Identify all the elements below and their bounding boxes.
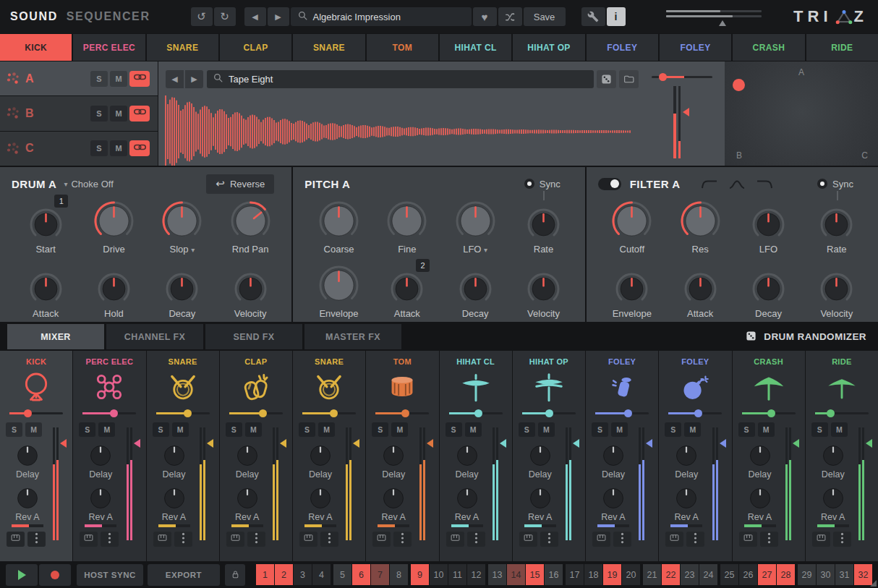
channel-menu-button[interactable] [320, 532, 338, 547]
channel-mute-button[interactable]: M [538, 422, 555, 437]
channel-solo-button[interactable]: S [811, 422, 828, 437]
record-button[interactable] [39, 564, 71, 586]
channel-mute-button[interactable]: M [172, 422, 189, 437]
host-sync-button[interactable]: HOST SYNC [77, 564, 143, 586]
mixer-channel-hihat-op-8[interactable]: HIHAT OP S M Delay Rev A [513, 351, 585, 561]
pattern-cell-15[interactable]: 15 [526, 564, 544, 585]
pattern-cell-31[interactable]: 31 [835, 564, 853, 585]
undo-button[interactable]: ↺ [191, 7, 213, 26]
channel-solo-button[interactable]: S [665, 422, 681, 437]
send-level-bar[interactable] [231, 524, 263, 527]
channel-volume-slider[interactable] [522, 409, 576, 417]
channel-volume-slider[interactable] [449, 409, 503, 417]
filter-lfo-knob[interactable]: LFO [734, 193, 802, 257]
meter-marker[interactable] [500, 439, 506, 448]
filter-res-knob[interactable]: Res [666, 193, 734, 257]
tab-sound[interactable]: SOUND [10, 10, 58, 23]
send-level-bar[interactable] [12, 524, 43, 527]
mixer-channel-clap-4[interactable]: CLAP S M Delay Rev A [220, 351, 292, 561]
drum-pad-kick-0[interactable]: KICK [0, 34, 72, 61]
browse-folder-button[interactable] [619, 70, 639, 88]
send-level-bar[interactable] [451, 524, 483, 527]
keyboard-mode-button[interactable] [812, 532, 830, 547]
channel-menu-button[interactable] [760, 532, 778, 547]
layer-link-button[interactable] [129, 140, 150, 156]
meter-marker[interactable] [646, 439, 652, 448]
drum-pad-snare-4[interactable]: SNARE [293, 34, 365, 61]
pattern-cell-6[interactable]: 6 [352, 564, 370, 585]
channel-mute-button[interactable]: M [25, 422, 42, 437]
pattern-cell-29[interactable]: 29 [798, 564, 816, 585]
channel-reverb-knob[interactable] [588, 480, 639, 514]
pattern-cell-30[interactable]: 30 [817, 564, 835, 585]
pattern-cell-19[interactable]: 19 [603, 564, 621, 585]
channel-delay-knob[interactable] [588, 437, 639, 471]
mixer-channel-foley-9[interactable]: FOLEY S M Delay Rev A [586, 351, 658, 561]
tab-send-fx[interactable]: SEND FX [205, 324, 302, 349]
keyboard-mode-button[interactable] [592, 532, 610, 547]
random-sample-dice-button[interactable] [597, 70, 616, 88]
channel-delay-knob[interactable] [515, 437, 566, 471]
channel-delay-knob[interactable] [222, 437, 273, 471]
drum-drive-knob[interactable]: Drive [80, 193, 148, 257]
pitch-decay-knob[interactable]: Decay [441, 257, 509, 322]
channel-volume-slider[interactable] [82, 409, 136, 417]
channel-mute-button[interactable]: M [318, 422, 335, 437]
drum-pad-hihat-cl-6[interactable]: HIHAT CL [440, 34, 511, 61]
filter-cutoff-knob[interactable]: Cutoff [598, 193, 666, 257]
send-level-bar[interactable] [158, 524, 190, 527]
channel-delay-knob[interactable] [442, 437, 493, 471]
meter-marker[interactable] [134, 439, 140, 448]
send-level-bar[interactable] [378, 524, 409, 527]
drum-pad-foley-9[interactable]: FOLEY [660, 34, 731, 61]
channel-delay-knob[interactable] [368, 437, 419, 471]
channel-reverb-knob[interactable] [222, 480, 273, 514]
pitch-velocity-knob[interactable]: Velocity [509, 257, 577, 322]
drum-velocity-knob[interactable]: Velocity [216, 257, 284, 322]
layer-link-button[interactable] [129, 106, 150, 122]
layer-pan-slider[interactable] [652, 73, 712, 81]
drum-decay-knob[interactable]: Decay [148, 257, 216, 322]
sample-search-input[interactable]: Tape Eight [207, 70, 594, 88]
favorite-button[interactable]: ♥ [473, 7, 497, 26]
channel-solo-button[interactable]: S [226, 422, 242, 437]
channel-volume-slider[interactable] [9, 409, 63, 417]
waveform-display[interactable] [158, 91, 643, 166]
keyboard-mode-button[interactable] [372, 532, 391, 547]
channel-reverb-knob[interactable] [368, 480, 419, 514]
preset-search-input[interactable]: Algebraic Impression [291, 7, 472, 26]
pitch-attack-knob[interactable]: 2 Attack [373, 257, 441, 322]
layer-row-b[interactable]: B S M [0, 96, 158, 130]
mixer-channel-kick-1[interactable]: KICK S M Delay Rev A [0, 351, 72, 561]
send-level-bar[interactable] [744, 524, 776, 527]
pitch-lfo-knob[interactable]: LFO ▾ [441, 193, 509, 257]
pattern-cell-21[interactable]: 21 [643, 564, 661, 585]
channel-solo-button[interactable]: S [372, 422, 388, 437]
channel-mute-button[interactable]: M [684, 422, 701, 437]
channel-menu-button[interactable] [540, 532, 558, 547]
pattern-cell-8[interactable]: 8 [390, 564, 408, 585]
channel-delay-knob[interactable] [808, 437, 858, 471]
layer-xy-pad[interactable]: A B C [725, 61, 878, 166]
pattern-cell-22[interactable]: 22 [662, 564, 680, 585]
save-button[interactable]: Save [524, 7, 566, 26]
output-volume-slider[interactable] [666, 7, 762, 26]
pattern-cell-1[interactable]: 1 [256, 564, 274, 585]
channel-menu-button[interactable] [686, 532, 704, 547]
filter-envelope-knob[interactable]: Envelope [598, 257, 666, 322]
keyboard-mode-button[interactable] [226, 532, 244, 547]
drum-pad-foley-8[interactable]: FOLEY [587, 34, 658, 61]
shuffle-button[interactable] [498, 7, 522, 26]
drum-slop-knob[interactable]: Slop ▾ [148, 193, 216, 257]
pitch-coarse-knob[interactable]: Coarse [304, 193, 372, 257]
filter-decay-knob[interactable]: Decay [734, 257, 802, 322]
layer-mute-button[interactable]: M [110, 71, 127, 87]
lowpass-icon[interactable] [755, 179, 774, 189]
channel-solo-button[interactable]: S [519, 422, 535, 437]
meter-marker[interactable] [683, 108, 689, 116]
meter-marker[interactable] [573, 439, 579, 448]
pattern-cell-2[interactable]: 2 [275, 564, 293, 585]
redo-button[interactable]: ↻ [214, 7, 236, 26]
pattern-cell-17[interactable]: 17 [566, 564, 584, 585]
xy-pad-handle[interactable] [733, 79, 745, 91]
